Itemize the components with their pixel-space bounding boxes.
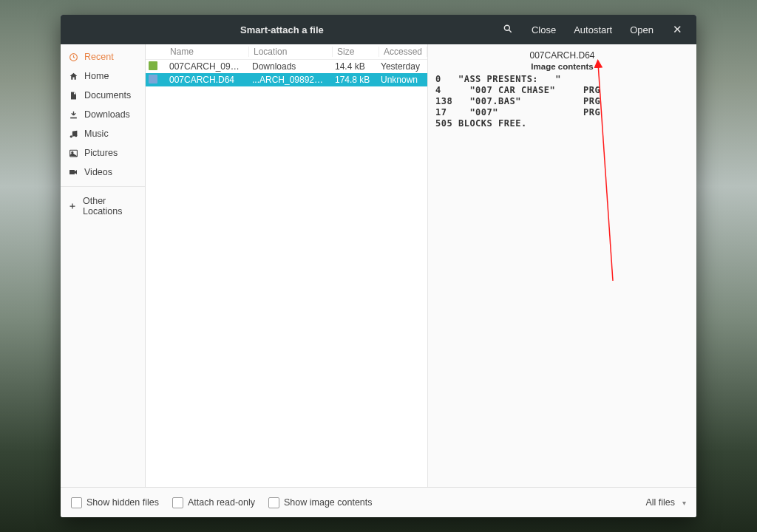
clock-icon bbox=[68, 52, 78, 62]
sidebar-item-documents[interactable]: Documents bbox=[61, 86, 145, 105]
checkbox-icon bbox=[71, 497, 82, 508]
file-type-icon bbox=[149, 75, 157, 83]
footer-bar: Show hidden files Attach read-only Show … bbox=[61, 487, 696, 517]
close-x-button[interactable]: ✕ bbox=[662, 15, 692, 44]
listing-line: 0 "ASS PRESENTS: " bbox=[435, 74, 689, 85]
listing-line: 138 "007.BAS"PRG bbox=[435, 96, 689, 107]
show-hidden-label: Show hidden files bbox=[86, 497, 159, 508]
plus-icon bbox=[68, 202, 77, 211]
dialog-window: Smart-attach a file Close Autostart Open… bbox=[61, 15, 696, 517]
file-type-icon bbox=[149, 61, 157, 70]
file-row[interactable]: 007CARCH.D64...ARCH_09892_01174.8 kBUnkn… bbox=[146, 73, 427, 86]
file-location: ...ARCH_09892_01 bbox=[248, 75, 330, 85]
open-button[interactable]: Open bbox=[621, 15, 662, 44]
sidebar-item-pictures[interactable]: Pictures bbox=[61, 143, 145, 163]
sidebar-item-recent[interactable]: Recent bbox=[61, 47, 145, 66]
file-accessed: Unknown bbox=[376, 75, 427, 85]
preview-filename: 007CARCH.D64 bbox=[435, 50, 689, 61]
attach-readonly-checkbox[interactable]: Attach read-only bbox=[172, 497, 255, 508]
sidebar-item-downloads[interactable]: Downloads bbox=[61, 105, 145, 124]
pic-icon bbox=[68, 149, 78, 158]
chevron-down-icon: ▾ bbox=[682, 499, 686, 507]
close-icon: ✕ bbox=[673, 23, 682, 36]
sidebar-item-label: Recent bbox=[84, 52, 114, 62]
listing-line: 4 "007 CAR CHASE"PRG bbox=[435, 85, 689, 96]
preview-pane: 007CARCH.D64 Image contents 0 "ASS PRESE… bbox=[428, 44, 696, 487]
sidebar-item-videos[interactable]: Videos bbox=[61, 163, 145, 182]
file-filter-dropdown[interactable]: All files ▾ bbox=[645, 497, 686, 508]
sidebar-item-label: Documents bbox=[84, 90, 131, 100]
preview-listing: 0 "ASS PRESENTS: "4 "007 CAR CHASE"PRG13… bbox=[435, 74, 689, 129]
svg-rect-9 bbox=[69, 170, 75, 174]
doc-icon bbox=[68, 91, 78, 100]
file-row[interactable]: 007CARCH_0989...Downloads14.4 kBYesterda… bbox=[146, 60, 427, 73]
sidebar-item-label: Home bbox=[84, 71, 109, 81]
close-button[interactable]: Close bbox=[523, 15, 565, 44]
col-name[interactable]: Name bbox=[166, 47, 249, 57]
file-list-header: Name Location Size Accessed bbox=[146, 44, 427, 60]
checkbox-icon bbox=[268, 497, 279, 508]
preview-subtitle: Image contents bbox=[435, 62, 689, 71]
down-icon bbox=[68, 110, 78, 120]
svg-point-0 bbox=[504, 25, 509, 30]
file-size: 14.4 kB bbox=[330, 61, 376, 72]
show-hidden-checkbox[interactable]: Show hidden files bbox=[71, 497, 159, 508]
attach-readonly-label: Attach read-only bbox=[188, 497, 255, 508]
file-accessed: Yesterday bbox=[376, 61, 427, 72]
col-size[interactable]: Size bbox=[333, 47, 379, 57]
svg-point-5 bbox=[69, 135, 72, 137]
col-location[interactable]: Location bbox=[249, 47, 333, 57]
dialog-body: RecentHomeDocumentsDownloadsMusicPicture… bbox=[61, 44, 696, 487]
search-button[interactable] bbox=[493, 15, 523, 44]
file-filter-label: All files bbox=[645, 497, 675, 508]
sidebar-item-label: Pictures bbox=[84, 148, 118, 158]
checkbox-icon bbox=[172, 497, 183, 508]
file-name: 007CARCH.D64 bbox=[165, 75, 248, 85]
col-accessed[interactable]: Accessed bbox=[379, 47, 427, 57]
sidebar-item-label: Downloads bbox=[84, 109, 130, 120]
sidebar-item-label: Music bbox=[84, 129, 109, 139]
vid-icon bbox=[68, 168, 78, 177]
file-location: Downloads bbox=[248, 61, 330, 72]
svg-rect-4 bbox=[70, 117, 77, 118]
places-sidebar: RecentHomeDocumentsDownloadsMusicPicture… bbox=[61, 44, 146, 487]
sidebar-other-locations[interactable]: Other Locations bbox=[61, 191, 145, 221]
file-area: Name Location Size Accessed 007CARCH_098… bbox=[146, 44, 696, 487]
svg-line-1 bbox=[509, 30, 511, 32]
search-icon bbox=[503, 24, 513, 36]
file-name: 007CARCH_0989... bbox=[165, 61, 248, 72]
autostart-button[interactable]: Autostart bbox=[565, 15, 621, 44]
svg-point-6 bbox=[75, 134, 77, 137]
sidebar-item-music[interactable]: Music bbox=[61, 124, 145, 143]
header-bar: Smart-attach a file Close Autostart Open… bbox=[61, 15, 696, 44]
home-icon bbox=[68, 72, 78, 81]
sidebar-item-label: Videos bbox=[84, 167, 112, 177]
show-contents-checkbox[interactable]: Show image contents bbox=[268, 497, 373, 508]
listing-line: 505 BLOCKS FREE. bbox=[435, 118, 689, 129]
sidebar-item-label: Other Locations bbox=[83, 196, 138, 216]
sidebar-item-home[interactable]: Home bbox=[61, 66, 145, 86]
file-size: 174.8 kB bbox=[330, 75, 376, 85]
dialog-title: Smart-attach a file bbox=[240, 24, 324, 35]
listing-line: 17 "007"PRG bbox=[435, 107, 689, 118]
show-contents-label: Show image contents bbox=[284, 497, 373, 508]
music-icon bbox=[68, 129, 78, 139]
file-list: Name Location Size Accessed 007CARCH_098… bbox=[146, 44, 428, 487]
